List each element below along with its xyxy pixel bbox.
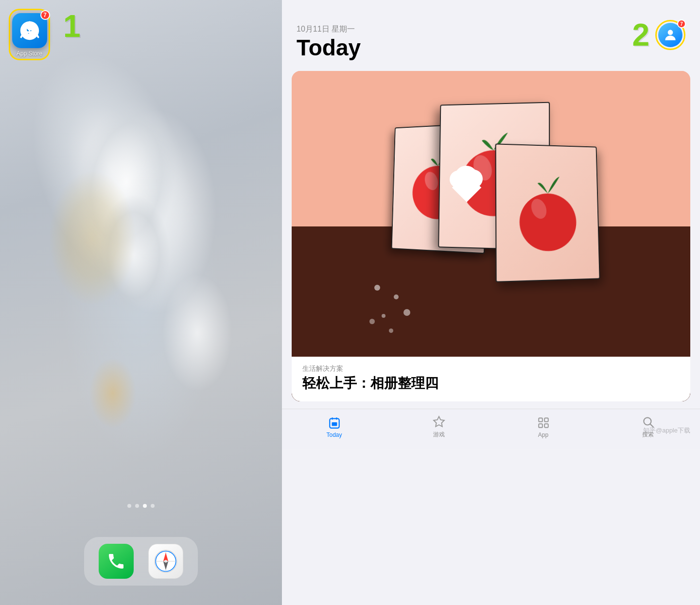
games-nav-icon (432, 415, 446, 429)
profile-button-wrapper[interactable]: 7 (655, 20, 685, 50)
safari-dock-icon[interactable] (148, 544, 183, 579)
today-date: 10月11日 星期一 (297, 24, 685, 35)
profile-badge: 7 (677, 19, 686, 28)
floor-dot-1 (374, 285, 380, 291)
card-subtitle: 生活解决方案 (302, 364, 680, 373)
safari-icon (153, 549, 178, 574)
svg-rect-19 (539, 418, 542, 422)
page-dot-2 (135, 504, 139, 508)
svg-rect-20 (544, 418, 548, 422)
today-nav-label: Today (326, 432, 342, 438)
app-store-icon-wrapper[interactable]: A 7 App Store (9, 9, 50, 60)
nav-today[interactable]: Today (315, 416, 354, 438)
art-card-front (495, 143, 600, 282)
floor-dot-4 (403, 309, 410, 316)
profile-area: 2 7 (632, 19, 685, 51)
phone-icon (106, 552, 126, 571)
card-text-area: 生活解决方案 轻松上手：相册整理四 (292, 357, 690, 401)
card-main-title: 轻松上手：相册整理四 (302, 375, 680, 392)
bottom-navigation: Today 游戏 App (282, 409, 700, 449)
page-dot-3 (143, 504, 147, 508)
svg-rect-22 (544, 424, 548, 428)
watermark: 知乎@apple下载 (643, 426, 690, 435)
floor-dot-3 (382, 314, 385, 318)
card-artwork (292, 71, 690, 401)
games-nav-label: 游戏 (433, 431, 445, 439)
step-number-1: 1 (63, 11, 81, 42)
svg-rect-21 (539, 424, 542, 428)
page-dot-1 (127, 504, 131, 508)
app-nav-label: App (538, 432, 548, 438)
svg-rect-18 (332, 422, 337, 426)
app-store-icon[interactable]: A 7 (12, 13, 47, 48)
nav-games[interactable]: 游戏 (420, 415, 458, 439)
dock (84, 537, 198, 586)
phone-dock-icon[interactable] (99, 544, 134, 579)
floor-dot-2 (394, 294, 399, 299)
app-store-today: 10月11日 星期一 Today 2 7 (282, 0, 700, 605)
floor-dot-5 (389, 328, 393, 333)
app-store-label: App Store (17, 50, 42, 57)
app-nav-icon (537, 416, 550, 430)
today-featured-card[interactable]: 生活解决方案 轻松上手：相册整理四 (292, 71, 690, 401)
nav-app[interactable]: App (524, 416, 563, 438)
page-indicators (127, 504, 155, 508)
games-icon (433, 415, 445, 428)
today-title: Today (297, 36, 685, 59)
app-icon (537, 416, 550, 429)
page-dot-4 (151, 504, 155, 508)
apple-art-front (496, 144, 599, 281)
home-screen: A 7 App Store 1 (0, 0, 282, 605)
smoke-decoration-4 (49, 170, 136, 306)
today-icon (328, 416, 341, 429)
step-number-2: 2 (632, 19, 649, 51)
svg-point-8 (668, 30, 673, 35)
svg-point-13 (519, 193, 577, 252)
user-icon (663, 27, 678, 43)
app-store-badge: 7 (40, 10, 50, 20)
floor-dot-6 (369, 319, 375, 324)
today-nav-icon (328, 416, 341, 430)
